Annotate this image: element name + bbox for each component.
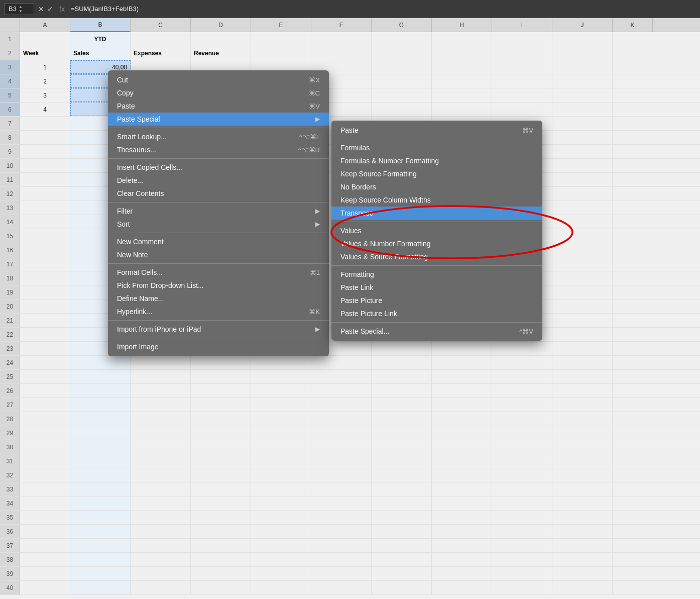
cell-d35[interactable] <box>191 511 251 524</box>
cell-f39[interactable] <box>311 567 372 580</box>
cell-c31[interactable] <box>131 454 191 468</box>
cell-g33[interactable] <box>372 482 432 496</box>
cell-b24[interactable] <box>70 356 131 369</box>
cell-b1[interactable]: YTD <box>70 32 131 46</box>
cell-c33[interactable] <box>131 482 191 496</box>
cell-a13[interactable] <box>20 201 70 215</box>
cell-f30[interactable] <box>311 440 372 454</box>
cell-c39[interactable] <box>131 567 191 580</box>
cell-d26[interactable] <box>191 384 251 397</box>
cell-i30[interactable] <box>492 440 552 454</box>
cell-g5[interactable] <box>372 88 432 102</box>
submenu-item-paste-picture[interactable]: Paste Picture <box>331 294 542 307</box>
cell-a5[interactable]: 3 <box>20 88 70 102</box>
cell-c32[interactable] <box>131 468 191 482</box>
cell-g38[interactable] <box>372 553 432 566</box>
cell-i38[interactable] <box>492 553 552 566</box>
cell-c26[interactable] <box>131 384 191 397</box>
cell-b30[interactable] <box>70 440 131 454</box>
cell-a2[interactable]: Week <box>20 46 70 60</box>
cell-j18[interactable] <box>552 271 613 285</box>
cell-h26[interactable] <box>432 384 492 397</box>
cell-d34[interactable] <box>191 496 251 510</box>
corner-cell[interactable] <box>0 18 20 32</box>
cell-a15[interactable] <box>20 229 70 243</box>
cell-e33[interactable] <box>251 482 311 496</box>
col-header-h[interactable]: H <box>432 18 492 32</box>
cell-i24[interactable] <box>492 356 552 369</box>
cell-g29[interactable] <box>372 426 432 440</box>
cell-j37[interactable] <box>552 539 613 552</box>
submenu-item-values-source[interactable]: Values & Source Formatting <box>331 250 542 263</box>
cell-j27[interactable] <box>552 398 613 412</box>
cell-j24[interactable] <box>552 356 613 369</box>
cell-h39[interactable] <box>432 567 492 580</box>
cell-f36[interactable] <box>311 525 372 538</box>
menu-item-define-name[interactable]: Define Name... <box>108 292 329 305</box>
cell-b31[interactable] <box>70 454 131 468</box>
cell-f37[interactable] <box>311 539 372 552</box>
cell-a28[interactable] <box>20 412 70 426</box>
cell-i25[interactable] <box>492 370 552 383</box>
submenu-item-paste[interactable]: Paste ⌘V <box>331 124 542 137</box>
cell-f2[interactable] <box>311 46 372 60</box>
cell-j16[interactable] <box>552 243 613 257</box>
menu-item-import-image[interactable]: Import Image <box>108 340 329 353</box>
cell-a18[interactable] <box>20 271 70 285</box>
submenu-item-formatting[interactable]: Formatting <box>331 268 542 281</box>
cell-d38[interactable] <box>191 553 251 566</box>
cell-g1[interactable] <box>372 32 432 46</box>
cell-a39[interactable] <box>20 567 70 580</box>
cell-a27[interactable] <box>20 398 70 412</box>
cell-j6[interactable] <box>552 103 613 116</box>
menu-item-copy[interactable]: Copy ⌘C <box>108 86 329 99</box>
cell-h30[interactable] <box>432 440 492 454</box>
cell-d32[interactable] <box>191 468 251 482</box>
submenu-item-no-borders[interactable]: No Borders <box>331 180 542 193</box>
cell-a25[interactable] <box>20 370 70 383</box>
cell-f38[interactable] <box>311 553 372 566</box>
menu-item-clear-contents[interactable]: Clear Contents <box>108 187 329 200</box>
cell-c36[interactable] <box>131 525 191 538</box>
cell-d29[interactable] <box>191 426 251 440</box>
menu-item-smart-lookup[interactable]: Smart Lookup... ^⌥⌘L <box>108 130 329 143</box>
submenu-item-keep-source[interactable]: Keep Source Formatting <box>331 167 542 180</box>
cell-g26[interactable] <box>372 384 432 397</box>
cell-g24[interactable] <box>372 356 432 369</box>
cell-i6[interactable] <box>492 103 552 116</box>
cell-e36[interactable] <box>251 525 311 538</box>
cell-e2[interactable] <box>251 46 311 60</box>
cell-f28[interactable] <box>311 412 372 426</box>
menu-item-delete[interactable]: Delete... <box>108 174 329 187</box>
confirm-icon[interactable]: ✓ <box>47 5 53 13</box>
cell-j8[interactable] <box>552 131 613 144</box>
cell-c34[interactable] <box>131 496 191 510</box>
cell-d25[interactable] <box>191 370 251 383</box>
cell-i36[interactable] <box>492 525 552 538</box>
cell-a8[interactable] <box>20 131 70 144</box>
cell-g39[interactable] <box>372 567 432 580</box>
cell-a29[interactable] <box>20 426 70 440</box>
col-header-g[interactable]: G <box>372 18 432 32</box>
cell-e32[interactable] <box>251 468 311 482</box>
cell-a38[interactable] <box>20 553 70 566</box>
cell-f33[interactable] <box>311 482 372 496</box>
cell-g25[interactable] <box>372 370 432 383</box>
cell-j33[interactable] <box>552 482 613 496</box>
cell-h38[interactable] <box>432 553 492 566</box>
cell-h23[interactable] <box>432 342 492 355</box>
cell-b35[interactable] <box>70 511 131 524</box>
cell-b34[interactable] <box>70 496 131 510</box>
cell-i32[interactable] <box>492 468 552 482</box>
cell-i3[interactable] <box>492 60 552 74</box>
cell-a30[interactable] <box>20 440 70 454</box>
cell-i28[interactable] <box>492 412 552 426</box>
cell-g2[interactable] <box>372 46 432 60</box>
cell-a31[interactable] <box>20 454 70 468</box>
cell-a10[interactable] <box>20 159 70 172</box>
cell-i29[interactable] <box>492 426 552 440</box>
cell-e31[interactable] <box>251 454 311 468</box>
cell-f25[interactable] <box>311 370 372 383</box>
cell-j23[interactable] <box>552 342 613 355</box>
cell-a6[interactable]: 4 <box>20 103 70 116</box>
